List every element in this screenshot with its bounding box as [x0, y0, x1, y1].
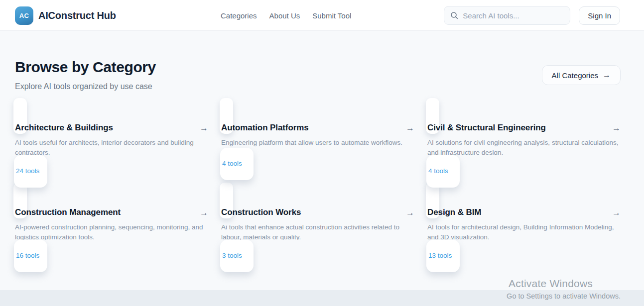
tools-count-area: 4 tools	[427, 155, 621, 190]
main-nav: Categories About Us Submit Tool	[221, 0, 351, 31]
category-grid: Architecture & Buildings → AI tools usef…	[15, 98, 621, 267]
tools-count-link[interactable]: 13 tools	[428, 252, 452, 259]
category-title-row: Construction Works →	[221, 207, 414, 217]
tools-count-area: 13 tools	[427, 240, 621, 275]
category-title: Automation Platforms	[221, 123, 309, 133]
brand-name: AIConstruct Hub	[38, 10, 116, 21]
arrow-right-icon[interactable]: →	[612, 124, 621, 132]
category-title: Architecture & Buildings	[15, 123, 113, 133]
nav-link[interactable]: About Us	[269, 11, 300, 20]
arrow-right-icon[interactable]: →	[612, 208, 621, 217]
category-description: AI tools useful for architects, interior…	[15, 138, 208, 155]
main-content: Browse by Category Explore AI tools orga…	[0, 31, 644, 267]
arrow-right-icon[interactable]: →	[406, 124, 414, 132]
category-card[interactable]: Automation Platforms → Engineering platf…	[221, 98, 414, 183]
search-box[interactable]	[444, 6, 570, 25]
arrow-right-icon[interactable]: →	[200, 208, 208, 217]
search-icon	[450, 11, 458, 19]
category-description: Ai tools that enhance actual constructio…	[221, 222, 414, 240]
tools-count-link[interactable]: 4 tools	[428, 167, 448, 175]
category-card[interactable]: Architecture & Buildings → AI tools usef…	[15, 98, 208, 183]
tools-count-area: 4 tools	[221, 148, 414, 183]
tools-count-area: 3 tools	[221, 240, 414, 275]
category-card[interactable]: Civil & Structural Engineering → AI solu…	[427, 98, 621, 183]
header: AC AIConstruct Hub Categories About Us S…	[0, 0, 644, 31]
category-card[interactable]: Construction Management → AI-powered con…	[15, 183, 208, 267]
all-categories-button[interactable]: All Categories →	[542, 65, 621, 85]
category-title-row: Automation Platforms →	[221, 123, 414, 133]
category-title: Construction Management	[15, 207, 121, 217]
tools-count-link[interactable]: 24 tools	[16, 167, 39, 175]
category-description: AI tools for architectural design, Build…	[427, 222, 621, 240]
tools-count-link[interactable]: 16 tools	[16, 252, 39, 259]
category-title-row: Construction Management →	[15, 207, 208, 217]
arrow-right-icon: →	[603, 71, 611, 80]
category-title-row: Design & BIM →	[427, 207, 621, 217]
arrow-right-icon[interactable]: →	[406, 208, 414, 217]
nav-link[interactable]: Categories	[221, 11, 257, 20]
windows-activation-settings-text: Go to Settings to activate Windows.	[507, 292, 621, 300]
brand-badge-icon: AC	[15, 6, 33, 25]
tools-count-link[interactable]: 4 tools	[222, 160, 242, 167]
tools-count-link[interactable]: 3 tools	[222, 252, 242, 259]
sign-in-button[interactable]: Sign In	[579, 6, 620, 25]
category-card[interactable]: Construction Works → Ai tools that enhan…	[221, 183, 414, 267]
category-description: Engineering platform that allow users to…	[221, 138, 414, 148]
arrow-right-icon[interactable]: →	[200, 124, 208, 132]
tools-count-area: 16 tools	[15, 240, 208, 275]
brand-logo[interactable]: AC AIConstruct Hub	[15, 0, 116, 31]
tools-count-area: 24 tools	[15, 155, 208, 190]
category-title-row: Civil & Structural Engineering →	[427, 123, 621, 133]
brand-badge-text: AC	[19, 12, 29, 19]
windows-activation-watermark: Activate Windows	[509, 278, 593, 290]
category-title: Civil & Structural Engineering	[427, 123, 546, 133]
page-title: Browse by Category	[15, 59, 621, 76]
all-categories-label: All Categories	[552, 71, 598, 80]
category-title-row: Architecture & Buildings →	[15, 123, 208, 133]
category-title: Design & BIM	[427, 207, 481, 217]
nav-link[interactable]: Submit Tool	[312, 11, 351, 20]
category-card[interactable]: Design & BIM → AI tools for architectura…	[427, 183, 621, 267]
category-description: AI-powered construction planning, sequen…	[15, 222, 208, 240]
search-input[interactable]	[463, 11, 564, 20]
header-right: Sign In	[444, 0, 620, 31]
category-title: Construction Works	[221, 207, 301, 217]
page-subtitle: Explore AI tools organized by use case	[15, 82, 621, 91]
category-description: AI solutions for civil engineering analy…	[427, 138, 621, 155]
